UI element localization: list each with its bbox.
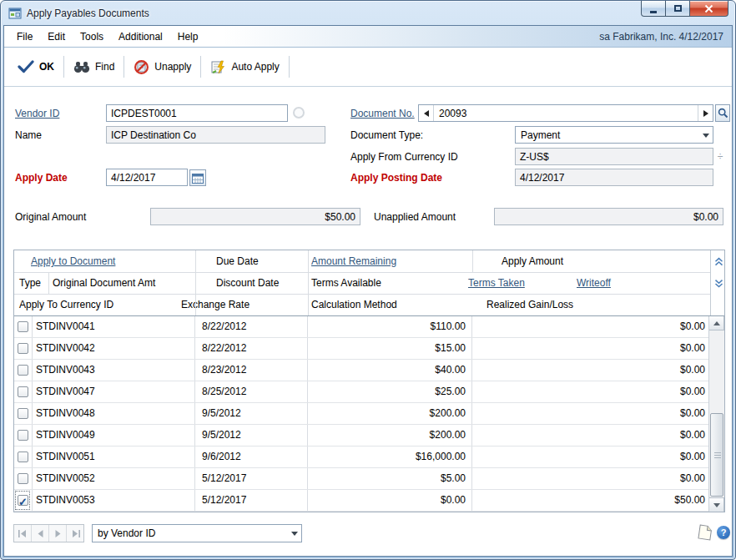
row-checkbox[interactable] bbox=[18, 408, 28, 419]
scrollbar-thumb[interactable] bbox=[710, 413, 723, 497]
row-checkbox[interactable] bbox=[18, 321, 28, 332]
grid-line bbox=[14, 294, 710, 295]
row-select-cell[interactable] bbox=[14, 468, 33, 489]
document-lookup-button[interactable] bbox=[715, 104, 730, 122]
menu-item-tools[interactable]: Tools bbox=[73, 28, 111, 46]
ok-button[interactable]: OK bbox=[11, 58, 61, 76]
row-select-cell[interactable] bbox=[14, 446, 33, 467]
row-select-cell[interactable] bbox=[14, 316, 33, 337]
row-apply-amount-cell[interactable]: $50.00 bbox=[472, 490, 710, 511]
find-button[interactable]: Find bbox=[67, 58, 121, 76]
row-checkbox[interactable] bbox=[18, 343, 28, 354]
row-apply-amount-cell[interactable]: $0.00 bbox=[472, 403, 710, 424]
auto-apply-button[interactable]: Auto Apply bbox=[204, 57, 285, 78]
row-apply-amount-cell[interactable]: $0.00 bbox=[472, 425, 710, 446]
apply-date-field[interactable]: 4/12/2017 bbox=[106, 169, 188, 186]
header-writeoff[interactable]: Writeoff bbox=[577, 272, 611, 294]
notes-button[interactable] bbox=[696, 523, 714, 542]
menu-item-edit[interactable]: Edit bbox=[40, 28, 73, 46]
table-row[interactable]: STDINV0053 5/12/2017 $0.00 $50.00 bbox=[14, 490, 710, 512]
row-document-cell[interactable]: STDINV0052 bbox=[33, 468, 195, 489]
table-row[interactable]: STDINV0047 8/25/2012 $25.00 $0.00 bbox=[14, 381, 710, 403]
table-row[interactable]: STDINV0042 8/22/2012 $15.00 $0.00 bbox=[14, 338, 710, 360]
row-select-cell[interactable] bbox=[14, 360, 33, 381]
row-apply-amount-cell[interactable]: $0.00 bbox=[472, 360, 710, 381]
row-checkbox[interactable] bbox=[18, 495, 28, 506]
row-document-cell[interactable]: STDINV0042 bbox=[33, 338, 195, 359]
next-record-button[interactable] bbox=[49, 525, 67, 542]
calendar-button[interactable] bbox=[189, 169, 206, 186]
unapply-button[interactable]: Unapply bbox=[127, 57, 198, 78]
row-apply-amount-cell[interactable]: $0.00 bbox=[472, 468, 710, 489]
table-row[interactable]: STDINV0041 8/22/2012 $110.00 $0.00 bbox=[14, 316, 710, 338]
header-original-document-amt: Original Document Amt bbox=[53, 272, 155, 294]
row-due-date-cell: 5/12/2017 bbox=[195, 490, 308, 511]
menu-item-file[interactable]: File bbox=[9, 28, 40, 46]
row-select-cell[interactable] bbox=[14, 338, 33, 359]
menu-item-help[interactable]: Help bbox=[170, 28, 206, 46]
previous-record-button[interactable] bbox=[32, 525, 49, 542]
row-document-cell[interactable]: STDINV0041 bbox=[33, 316, 195, 337]
row-select-cell[interactable] bbox=[14, 425, 33, 446]
row-select-cell[interactable] bbox=[14, 490, 33, 511]
first-record-button[interactable] bbox=[14, 525, 32, 542]
row-checkbox[interactable] bbox=[18, 386, 28, 397]
previous-document-button[interactable] bbox=[419, 105, 434, 121]
double-chevron-down-icon bbox=[714, 279, 723, 288]
expand-detail-button[interactable] bbox=[712, 275, 725, 290]
row-select-cell[interactable] bbox=[14, 381, 33, 402]
row-apply-amount-cell[interactable]: $0.00 bbox=[472, 316, 710, 337]
apply-date-value: 4/12/2017 bbox=[111, 172, 155, 184]
help-button[interactable] bbox=[717, 526, 730, 539]
minimize-icon bbox=[650, 11, 657, 13]
row-document-cell[interactable]: STDINV0048 bbox=[33, 403, 195, 424]
header-discount-date: Discount Date bbox=[216, 272, 279, 294]
apply-posting-date-field: 4/12/2017 bbox=[515, 169, 713, 186]
titlebar[interactable]: Apply Payables Documents bbox=[1, 1, 735, 25]
chevron-down-icon bbox=[288, 525, 301, 542]
sort-by-combo[interactable]: by Vendor ID bbox=[92, 524, 302, 542]
row-select-cell[interactable] bbox=[14, 403, 33, 424]
table-row[interactable]: STDINV0052 5/12/2017 $5.00 $0.00 bbox=[14, 468, 710, 490]
table-row[interactable]: STDINV0051 9/6/2012 $16,000.00 $0.00 bbox=[14, 446, 710, 468]
row-document-cell[interactable]: STDINV0043 bbox=[33, 360, 195, 381]
vendor-id-field[interactable]: ICPDEST0001 bbox=[106, 104, 288, 122]
vendor-id-link[interactable]: Vendor ID bbox=[15, 107, 59, 120]
row-apply-amount-cell[interactable]: $0.00 bbox=[472, 338, 710, 359]
menu-item-additional[interactable]: Additional bbox=[111, 28, 170, 46]
row-document-cell[interactable]: STDINV0049 bbox=[33, 425, 195, 446]
row-checkbox[interactable] bbox=[18, 473, 28, 484]
document-no-link[interactable]: Document No. bbox=[350, 107, 415, 120]
maximize-button[interactable] bbox=[666, 1, 689, 17]
row-amount-remaining-cell: $200.00 bbox=[308, 403, 472, 424]
row-apply-amount-cell[interactable]: $0.00 bbox=[472, 381, 710, 402]
header-terms-taken[interactable]: Terms Taken bbox=[468, 272, 525, 294]
row-document-cell[interactable]: STDINV0053 bbox=[33, 490, 195, 511]
next-document-button[interactable] bbox=[698, 105, 713, 121]
table-row[interactable]: STDINV0043 8/23/2012 $40.00 $0.00 bbox=[14, 360, 710, 381]
grid-scrollbar[interactable] bbox=[708, 316, 724, 512]
row-apply-amount-cell[interactable]: $0.00 bbox=[472, 446, 710, 467]
header-amount-remaining[interactable]: Amount Remaining bbox=[311, 250, 396, 272]
row-checkbox[interactable] bbox=[18, 430, 28, 441]
vendor-notes-button[interactable] bbox=[293, 107, 305, 119]
minimize-button[interactable] bbox=[641, 1, 666, 17]
last-record-button[interactable] bbox=[67, 525, 83, 542]
scroll-down-button[interactable] bbox=[709, 497, 724, 512]
row-document-cell[interactable]: STDINV0051 bbox=[33, 446, 195, 467]
document-type-label: Document Type: bbox=[350, 129, 423, 142]
row-document-cell[interactable]: STDINV0047 bbox=[33, 381, 195, 402]
document-type-combo[interactable]: Payment bbox=[515, 126, 713, 144]
row-checkbox[interactable] bbox=[18, 365, 28, 376]
table-row[interactable]: STDINV0049 9/5/2012 $200.00 $0.00 bbox=[14, 425, 710, 446]
table-row[interactable]: STDINV0048 9/5/2012 $200.00 $0.00 bbox=[14, 403, 710, 425]
vendor-name-field: ICP Destination Co bbox=[106, 126, 325, 144]
close-button[interactable] bbox=[689, 1, 728, 17]
document-no-field[interactable]: 20093 bbox=[434, 105, 698, 121]
apply-from-currency-label: Apply From Currency ID bbox=[350, 150, 458, 164]
auto-apply-label: Auto Apply bbox=[231, 61, 279, 73]
collapse-detail-button[interactable] bbox=[712, 254, 725, 269]
scroll-up-button[interactable] bbox=[709, 316, 724, 330]
header-apply-to-document[interactable]: Apply to Document bbox=[31, 250, 115, 272]
row-checkbox[interactable] bbox=[18, 452, 28, 462]
